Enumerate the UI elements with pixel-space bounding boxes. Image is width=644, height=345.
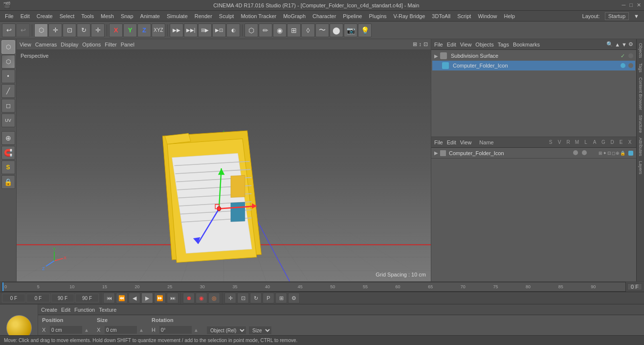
close-icon[interactable]: ✕ [637, 2, 641, 8]
obj-up-icon[interactable]: ▲ [615, 42, 620, 47]
redo-button[interactable]: ↩ [16, 23, 30, 37]
menu-edit[interactable]: Edit [18, 12, 33, 20]
snap-button[interactable]: ⊕ [1, 131, 15, 145]
materials-row[interactable]: ▶ Computer_Folder_Icon ⊞ ✦ ⊡ ◻ ⊕ 🔒 [431, 148, 636, 159]
x-axis-button[interactable]: X [109, 23, 123, 37]
mesh-mode-button[interactable]: ⬡ [1, 55, 15, 69]
step-forward-button[interactable]: ⏩ [154, 293, 166, 303]
size-x-input[interactable] [104, 325, 137, 334]
viewport-settings-icon[interactable]: ⊡ [423, 41, 428, 47]
menu-render[interactable]: Render [192, 12, 215, 20]
go-first-button[interactable]: ⏮ [103, 293, 115, 303]
rot-h-input[interactable] [159, 325, 192, 334]
obj-file-menu[interactable]: File [434, 42, 443, 47]
undo-button[interactable]: ↩ [2, 23, 16, 37]
deform-button[interactable]: ◊ [301, 23, 315, 37]
param-key-button[interactable]: P [263, 293, 274, 303]
preview-start-input[interactable] [26, 294, 50, 302]
viewport-options-menu[interactable]: Options [82, 42, 101, 47]
play-button[interactable]: ▶ [141, 293, 153, 303]
menu-file[interactable]: File [2, 12, 17, 20]
point-mode-button[interactable]: • [1, 69, 15, 83]
menu-pipeline[interactable]: Pipeline [340, 12, 365, 20]
tree-item-subdivision[interactable]: ▶ Subdivision Surface ✓ [432, 51, 635, 61]
menu-sculpt[interactable]: Sculpt [216, 12, 237, 20]
obj-edit-menu[interactable]: Edit [447, 42, 456, 47]
obj-bookmarks-menu[interactable]: Bookmarks [513, 42, 540, 47]
menu-create[interactable]: Create [34, 12, 56, 20]
record-button[interactable]: ⏺ [183, 293, 195, 303]
menu-select[interactable]: Select [57, 12, 78, 20]
rotate-key-button[interactable]: ↻ [250, 293, 262, 303]
menu-window[interactable]: Window [475, 12, 500, 20]
tab-layers[interactable]: Layers [638, 159, 644, 176]
menu-character[interactable]: Character [310, 12, 339, 20]
light-button[interactable]: 💡 [358, 23, 372, 37]
pencil-button[interactable]: ✏ [259, 23, 272, 37]
menu-mesh[interactable]: Mesh [98, 12, 117, 20]
size-x-up[interactable]: ▲ [139, 327, 144, 333]
obj-view-menu[interactable]: View [460, 42, 472, 47]
viewport-camera-icon[interactable]: ↕ [419, 41, 422, 47]
menu-plugins[interactable]: Plugins [366, 12, 389, 20]
menu-help[interactable]: Help [501, 12, 518, 20]
move-key-button[interactable]: ✛ [224, 293, 236, 303]
end-frame-input[interactable] [51, 294, 74, 302]
timeline-ruler[interactable]: 0 5 10 15 20 25 30 35 40 45 50 55 60 65 … [2, 282, 626, 292]
tree-item-folder-icon[interactable]: Computer_Folder_Icon [432, 61, 635, 70]
magnet-button[interactable]: 🧲 [1, 146, 15, 160]
key-all-button[interactable]: ◎ [208, 293, 220, 303]
viewport-panel-menu[interactable]: Panel [121, 42, 134, 47]
size-type-dropdown[interactable]: Size [248, 326, 272, 335]
maximize-icon[interactable]: □ [629, 2, 633, 8]
environment-button[interactable]: ⬤ [330, 23, 343, 37]
z-axis-button[interactable]: Z [137, 23, 151, 37]
auto-key-button[interactable]: ◉ [196, 293, 207, 303]
uv-mode-button[interactable]: UV [1, 114, 15, 127]
layout-dropdown-icon[interactable]: ▼ [631, 12, 642, 20]
array-button[interactable]: ⊞ [287, 23, 301, 37]
menu-snap[interactable]: Snap [118, 12, 136, 20]
interactive-render-button[interactable]: ◐ [226, 23, 240, 37]
tab-attributes[interactable]: Attributes [638, 136, 644, 158]
viewport-filter-menu[interactable]: Filter [105, 42, 116, 47]
menu-mograph[interactable]: MoGraph [280, 12, 309, 20]
render-view-button[interactable]: ▶▶| [184, 23, 198, 37]
mat-view-menu[interactable]: View [460, 139, 472, 145]
solo-button[interactable]: S [1, 161, 15, 174]
start-frame-input[interactable] [2, 294, 25, 302]
step-back-button[interactable]: ⏪ [116, 293, 128, 303]
lock-button[interactable]: 🔒 [1, 175, 15, 189]
options-key-button[interactable]: ⚙ [288, 293, 300, 303]
scale-mode-button[interactable]: ⊡ [63, 23, 76, 37]
rotate-mode-button[interactable]: ↻ [77, 23, 90, 37]
xyz-button[interactable]: XYZ [152, 23, 165, 37]
props-edit-menu[interactable]: Edit [61, 307, 70, 313]
render-region-button[interactable]: ▶▶ [170, 23, 183, 37]
mat-file-menu[interactable]: File [434, 139, 443, 145]
menu-script[interactable]: Script [454, 12, 474, 20]
preview-end-input[interactable] [75, 294, 99, 302]
camera-button[interactable]: 📷 [344, 23, 357, 37]
layout-value[interactable]: Startup [605, 12, 629, 20]
polygon-mode-button[interactable]: ◻ [1, 99, 15, 113]
material-button[interactable]: ◉ [273, 23, 287, 37]
viewport-display-menu[interactable]: Display [61, 42, 78, 47]
point-key-button[interactable]: ⊞ [275, 293, 287, 303]
viewport-cameras-menu[interactable]: Cameras [35, 42, 57, 47]
viewport-maximize-icon[interactable]: ⊞ [413, 41, 417, 47]
scale-key-button[interactable]: ⊡ [237, 293, 249, 303]
move-mode-button[interactable]: ✛ [48, 23, 62, 37]
minimize-icon[interactable]: ─ [622, 2, 626, 8]
spline-button[interactable]: 〜 [315, 23, 329, 37]
cube-button[interactable]: ⬡ [244, 23, 258, 37]
menu-tools[interactable]: Tools [78, 12, 97, 20]
obj-objects-menu[interactable]: Objects [475, 42, 493, 47]
pos-x-up[interactable]: ▲ [84, 327, 89, 333]
viewport-canvas[interactable]: Perspective [17, 50, 431, 281]
go-last-button[interactable]: ⏭ [167, 293, 178, 303]
y-axis-button[interactable]: Y [123, 23, 137, 37]
select-mode-button[interactable]: ⬡ [34, 23, 48, 37]
tab-objects[interactable]: Objects [638, 41, 644, 60]
props-function-menu[interactable]: Function [74, 307, 95, 313]
